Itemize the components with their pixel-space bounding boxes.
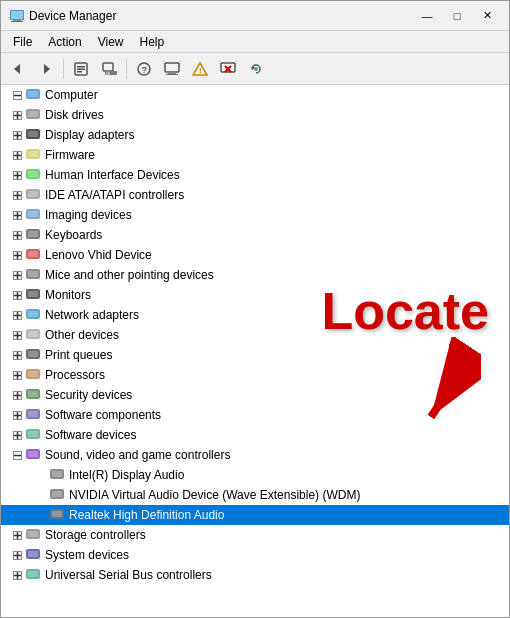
menu-view[interactable]: View xyxy=(90,33,132,51)
toolbar-scan[interactable] xyxy=(159,56,185,82)
tree-item-lenovo[interactable]: Lenovo Vhid Device xyxy=(1,245,509,265)
toolbar-help[interactable]: ? xyxy=(131,56,157,82)
svg-rect-89 xyxy=(28,331,38,337)
tree-item-network[interactable]: Network adapters xyxy=(1,305,509,325)
label-realtek: Realtek High Definition Audio xyxy=(69,508,224,522)
tree-item-software-dev[interactable]: Software devices xyxy=(1,425,509,445)
title-bar: Device Manager — □ ✕ xyxy=(1,1,509,31)
expander-keyboards[interactable] xyxy=(9,227,25,243)
svg-rect-134 xyxy=(28,551,38,557)
close-button[interactable]: ✕ xyxy=(473,6,501,26)
icon-usb xyxy=(25,567,41,583)
menu-file[interactable]: File xyxy=(5,33,40,51)
icon-imaging xyxy=(25,207,41,223)
menu-action[interactable]: Action xyxy=(40,33,89,51)
label-other: Other devices xyxy=(45,328,119,342)
tree-item-security[interactable]: Security devices xyxy=(1,385,509,405)
tree-item-nvidia-audio[interactable]: NVIDIA Virtual Audio Device (Wave Extens… xyxy=(1,485,509,505)
tree-item-processors[interactable]: Processors xyxy=(1,365,509,385)
expander-storage[interactable] xyxy=(9,527,25,543)
tree-item-imaging[interactable]: Imaging devices xyxy=(1,205,509,225)
icon-storage xyxy=(25,527,41,543)
expander-software-dev[interactable] xyxy=(9,427,25,443)
svg-rect-16 xyxy=(168,72,176,74)
toolbar-update[interactable]: ⊞ xyxy=(96,56,122,82)
tree-item-print[interactable]: Print queues xyxy=(1,345,509,365)
expander-monitors[interactable] xyxy=(9,287,25,303)
expander-computer[interactable] xyxy=(9,87,25,103)
expander-ide[interactable] xyxy=(9,187,25,203)
tree-item-keyboards[interactable]: Keyboards xyxy=(1,225,509,245)
menu-bar: File Action View Help xyxy=(1,31,509,53)
label-imaging: Imaging devices xyxy=(45,208,132,222)
expander-security[interactable] xyxy=(9,387,25,403)
expander-lenovo[interactable] xyxy=(9,247,25,263)
expander-imaging[interactable] xyxy=(9,207,25,223)
expander-processors[interactable] xyxy=(9,367,25,383)
toolbar-forward[interactable] xyxy=(33,56,59,82)
expander-sound[interactable] xyxy=(9,447,25,463)
label-ide: IDE ATA/ATAPI controllers xyxy=(45,188,184,202)
tree-item-hid[interactable]: Human Interface Devices xyxy=(1,165,509,185)
label-lenovo: Lenovo Vhid Device xyxy=(45,248,152,262)
tree-item-disk-drives[interactable]: Disk drives xyxy=(1,105,509,125)
minimize-button[interactable]: — xyxy=(413,6,441,26)
toolbar-properties[interactable] xyxy=(68,56,94,82)
expander-usb[interactable] xyxy=(9,567,25,583)
label-disk-drives: Disk drives xyxy=(45,108,104,122)
tree-item-ide[interactable]: IDE ATA/ATAPI controllers xyxy=(1,185,509,205)
tree-item-sound[interactable]: Sound, video and game controllers xyxy=(1,445,509,465)
tree-item-display-adapters[interactable]: Display adapters xyxy=(1,125,509,145)
icon-network xyxy=(25,307,41,323)
expander-network[interactable] xyxy=(9,307,25,323)
svg-rect-99 xyxy=(28,371,38,377)
maximize-button[interactable]: □ xyxy=(443,6,471,26)
tree-item-computer[interactable]: Computer xyxy=(1,85,509,105)
label-hid: Human Interface Devices xyxy=(45,168,180,182)
label-firmware: Firmware xyxy=(45,148,95,162)
expander-hid[interactable] xyxy=(9,167,25,183)
tree-item-intel-audio[interactable]: Intel(R) Display Audio xyxy=(1,465,509,485)
svg-rect-74 xyxy=(28,271,38,277)
expander-print[interactable] xyxy=(9,347,25,363)
expander-system[interactable] xyxy=(9,547,25,563)
label-processors: Processors xyxy=(45,368,105,382)
tree-item-software-comp[interactable]: Software components xyxy=(1,405,509,425)
svg-text:⊞: ⊞ xyxy=(106,70,110,76)
tree-item-firmware[interactable]: Firmware xyxy=(1,145,509,165)
tree-item-storage[interactable]: Storage controllers xyxy=(1,525,509,545)
tree-item-monitors[interactable]: Monitors xyxy=(1,285,509,305)
toolbar-sep1 xyxy=(63,59,64,79)
tree-item-other[interactable]: Other devices xyxy=(1,325,509,345)
expander-software-comp[interactable] xyxy=(9,407,25,423)
expander-other[interactable] xyxy=(9,327,25,343)
device-tree[interactable]: Locate Computer Disk drives Display adap… xyxy=(1,85,509,617)
expander-nvidia-audio xyxy=(33,487,49,503)
expander-firmware[interactable] xyxy=(9,147,25,163)
tree-item-mice[interactable]: Mice and other pointing devices xyxy=(1,265,509,285)
icon-computer xyxy=(25,87,41,103)
expander-mice[interactable] xyxy=(9,267,25,283)
label-storage: Storage controllers xyxy=(45,528,146,542)
tree-item-realtek[interactable]: Realtek High Definition Audio xyxy=(1,505,509,525)
svg-text:?: ? xyxy=(142,65,148,75)
label-nvidia-audio: NVIDIA Virtual Audio Device (Wave Extens… xyxy=(69,488,360,502)
svg-text:!: ! xyxy=(199,66,202,75)
app-icon xyxy=(9,8,25,24)
toolbar-refresh[interactable] xyxy=(243,56,269,82)
tree-item-system[interactable]: System devices xyxy=(1,545,509,565)
menu-help[interactable]: Help xyxy=(132,33,173,51)
expander-display-adapters[interactable] xyxy=(9,127,25,143)
svg-rect-104 xyxy=(28,391,38,397)
toolbar: ⊞ ? ! xyxy=(1,53,509,85)
icon-software-dev xyxy=(25,427,41,443)
tree-item-usb[interactable]: Universal Serial Bus controllers xyxy=(1,565,509,585)
icon-security xyxy=(25,387,41,403)
toolbar-warning[interactable]: ! xyxy=(187,56,213,82)
expander-disk-drives[interactable] xyxy=(9,107,25,123)
toolbar-remove[interactable] xyxy=(215,56,241,82)
toolbar-back[interactable] xyxy=(5,56,31,82)
icon-ide xyxy=(25,187,41,203)
expander-realtek xyxy=(33,507,49,523)
icon-software-comp xyxy=(25,407,41,423)
